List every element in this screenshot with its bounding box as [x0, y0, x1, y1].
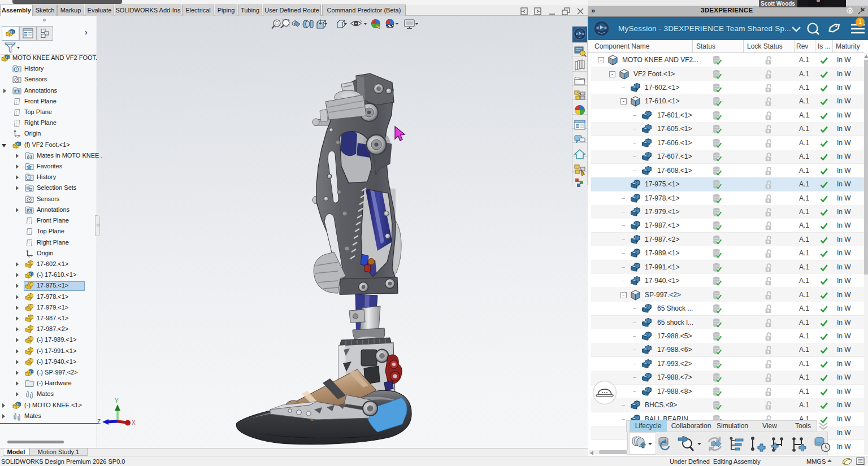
svg-text:Z: Z [97, 419, 101, 425]
svg-text:Y: Y [115, 398, 119, 404]
svg-text:X: X [132, 420, 136, 426]
